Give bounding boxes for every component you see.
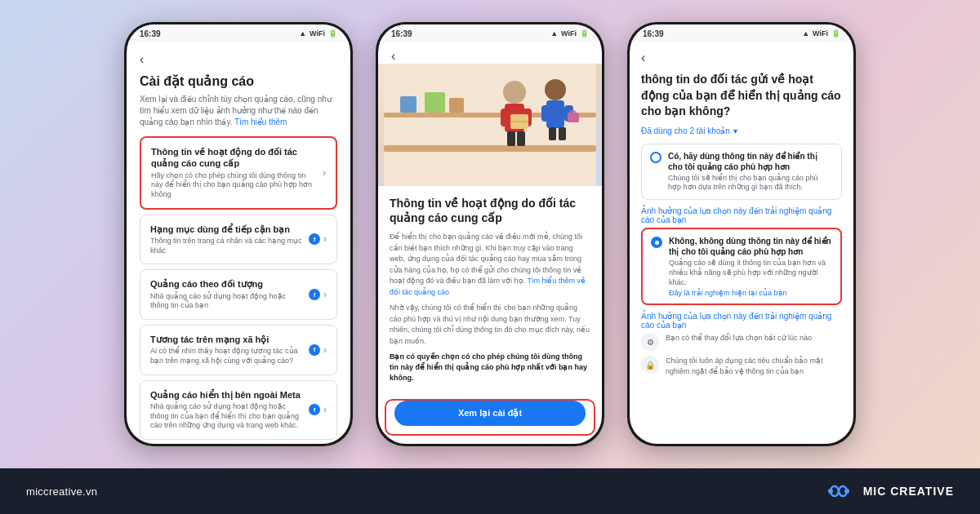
wifi-icon: WiFi	[310, 29, 325, 38]
section-label-top: Ảnh hưởng của lựa chọn này đến trải nghi…	[641, 206, 842, 224]
account-label: Đã dùng cho 2 tài khoản	[641, 126, 730, 135]
battery-icon-2: 🔋	[580, 29, 589, 38]
status-icons-1: ▲ WiFi 🔋	[299, 29, 337, 38]
svg-rect-8	[501, 109, 510, 126]
phone3-content: ‹ thông tin do đối tác gửi về hoạt động …	[630, 42, 853, 444]
setting-desc-2: Nhà quảng cáo sử dụng hoạt động hoặc thô…	[150, 292, 304, 311]
account-selector[interactable]: Đã dùng cho 2 tài khoản ▾	[641, 126, 842, 135]
signal-icon-3: ▲	[802, 29, 809, 38]
svg-rect-16	[541, 105, 550, 122]
back-arrow-1[interactable]: ‹	[140, 52, 337, 67]
facebook-icon-2: f	[309, 289, 320, 300]
main-container: 16:39 ▲ WiFi 🔋 ‹ Cài đặt quảng cáo Xem l…	[0, 0, 980, 514]
status-icons-2: ▲ WiFi 🔋	[550, 29, 589, 38]
facebook-icon-4: f	[309, 404, 320, 415]
status-bar-1: 16:39 ▲ WiFi 🔋	[127, 24, 350, 42]
footer-brand: MIC CREATIVE	[822, 480, 954, 503]
phone2-text1: Để hiển thị cho bạn quảng cáo về điều mớ…	[390, 232, 590, 298]
svg-rect-18	[549, 127, 556, 140]
setting-item-1[interactable]: Hạng mục dùng để tiếp cận bạn Thông tin …	[140, 215, 337, 265]
dropdown-icon: ▾	[733, 126, 737, 135]
radio-option-0[interactable]: Có, hãy dùng thông tin này để hiển thị c…	[641, 144, 842, 200]
radio-option-1[interactable]: Không, không dùng thông tin này để hiển …	[641, 228, 842, 305]
feature-row-1: 🔒 Chúng tôi luôn áp dụng các tiêu chuẩn …	[641, 356, 842, 376]
radio-title-1: Không, không dùng thông tin này để hiển …	[669, 236, 832, 257]
setting-icon-0: ›	[323, 167, 326, 179]
phone2-back-arrow[interactable]: ‹	[378, 42, 602, 64]
status-bar-3: 16:39 ▲ WiFi 🔋	[630, 24, 853, 42]
phone-mockup-3: 16:39 ▲ WiFi 🔋 ‹ thông tin do đối tác gử…	[627, 22, 856, 446]
facebook-icon-1: f	[309, 233, 320, 245]
setting-desc-1: Thông tin trên trang cá nhân và các hạng…	[150, 237, 304, 255]
svg-rect-11	[517, 131, 525, 146]
setting-desc-4: Nhà quảng cáo sử dụng hoạt động hoặc thô…	[150, 402, 304, 431]
setting-item-4[interactable]: Quảng cáo hiển thị bên ngoài Meta Nhà qu…	[140, 380, 337, 440]
phone2-content: ‹	[378, 42, 602, 444]
lock-icon: 🔒	[645, 361, 655, 370]
back-arrow-3[interactable]: ‹	[641, 51, 842, 65]
svg-point-14	[545, 79, 566, 100]
view-settings-button[interactable]: Xem lại cài đặt	[394, 401, 586, 426]
phone-mockup-2: 16:39 ▲ WiFi 🔋 ‹	[376, 22, 604, 446]
svg-rect-3	[400, 96, 416, 113]
svg-rect-1	[384, 145, 596, 152]
status-time-2: 16:39	[391, 29, 412, 38]
status-time: 16:39	[140, 29, 161, 38]
radio-desc-0: Chúng tôi sẽ hiển thị cho bạn quảng cáo …	[668, 174, 833, 193]
setting-icon-3: f ›	[309, 344, 327, 356]
brand-name-text: MIC CREATIVE	[863, 485, 954, 498]
setting-desc-3: Ai có thể nhìn thấy hoạt động tương tác …	[150, 347, 304, 366]
phone2-body: Thông tin về hoạt động do đối tác quảng …	[378, 186, 602, 399]
chevron-icon-4: ›	[323, 404, 327, 415]
setting-desc-0: Hãy chọn có cho phép chúng tôi dùng thôn…	[151, 171, 318, 200]
feature-row-0: ⚙ Bạn có thể thay đổi lựa chọn bất cứ lú…	[641, 333, 842, 351]
setting-title-1: Hạng mục dùng để tiếp cận bạn	[150, 224, 304, 235]
setting-item-text-0: Thông tin về hoạt động do đối tác quảng …	[151, 146, 318, 200]
phone1-content: ‹ Cài đặt quảng cáo Xem lại và điều chỉn…	[127, 42, 350, 444]
phone-screen-3: 16:39 ▲ WiFi 🔋 ‹ thông tin do đối tác gử…	[630, 24, 853, 444]
setting-item-3[interactable]: Tương tác trên mạng xã hội Ai có thể nhì…	[140, 325, 337, 375]
phone2-button-container: Xem lại cài đặt	[385, 399, 595, 436]
phone1-learn-more-link[interactable]: Tìm hiểu thêm	[234, 117, 287, 126]
radio-circle-1	[651, 237, 662, 248]
radio-text-0: Có, hãy dùng thông tin này để hiển thị c…	[668, 151, 833, 193]
setting-title-0: Thông tin về hoạt động do đối tác quảng …	[151, 146, 318, 170]
chevron-icon-1: ›	[323, 233, 327, 245]
phone-mockup-1: 16:39 ▲ WiFi 🔋 ‹ Cài đặt quảng cáo Xem l…	[124, 22, 353, 446]
wifi-icon-2: WiFi	[561, 29, 577, 38]
wifi-icon-3: WiFi	[813, 29, 828, 38]
svg-rect-20	[568, 113, 579, 122]
signal-icon: ▲	[299, 29, 306, 38]
phone2-title: Thông tin về hoạt động do đối tác quảng …	[390, 196, 590, 225]
setting-icon-1: f ›	[309, 233, 327, 245]
settings-icon: ⚙	[641, 333, 659, 351]
battery-icon-3: 🔋	[831, 29, 840, 38]
footer: miccreative.vn MIC CREATIVE	[0, 468, 980, 514]
radio-text-1: Không, không dùng thông tin này để hiển …	[669, 236, 832, 297]
setting-item-2[interactable]: Quảng cáo theo đối tượng Nhà quảng cáo s…	[140, 269, 337, 320]
signal-icon-2: ▲	[550, 29, 558, 38]
illustration-svg	[378, 64, 602, 186]
footer-url: miccreative.vn	[26, 485, 97, 498]
setting-title-4: Quảng cáo hiển thị bên ngoài Meta	[150, 389, 304, 401]
svg-point-22	[844, 489, 849, 494]
current-experience-label: Đây là trải nghiệm hiện tại của bạn	[669, 289, 832, 297]
status-icons-3: ▲ WiFi 🔋	[802, 29, 840, 38]
lock-icon-container: 🔒	[641, 356, 659, 374]
section-label-bottom: Ảnh hưởng của lựa chọn này đến trải nghi…	[641, 312, 842, 330]
battery-icon: 🔋	[328, 29, 337, 38]
feature-text-0: Bạn có thể thay đổi lựa chọn bất cứ lúc …	[666, 333, 812, 343]
chevron-icon-0: ›	[323, 167, 326, 179]
phone2-text2: Nhờ vậy, chúng tôi có thể hiển thị cho b…	[390, 303, 590, 347]
phone-screen-1: 16:39 ▲ WiFi 🔋 ‹ Cài đặt quảng cáo Xem l…	[127, 24, 350, 444]
svg-point-21	[828, 489, 833, 494]
phone1-title: Cài đặt quảng cáo	[140, 73, 337, 89]
setting-item-text-4: Quảng cáo hiển thị bên ngoài Meta Nhà qu…	[150, 389, 304, 431]
phone2-illustration	[378, 64, 602, 186]
svg-rect-10	[507, 131, 515, 146]
status-bar-2: 16:39 ▲ WiFi 🔋	[378, 24, 602, 42]
svg-rect-19	[559, 127, 566, 140]
chevron-icon-3: ›	[323, 344, 327, 356]
setting-item-text-1: Hạng mục dùng để tiếp cận bạn Thông tin …	[150, 224, 304, 256]
setting-item-0[interactable]: Thông tin về hoạt động do đối tác quảng …	[140, 136, 337, 210]
